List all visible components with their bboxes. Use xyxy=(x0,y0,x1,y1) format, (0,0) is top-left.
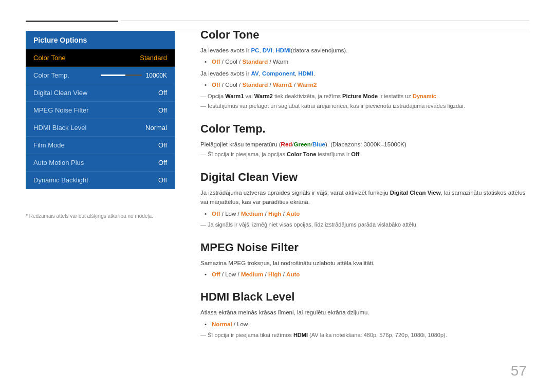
color-tone-title: Color Tone xyxy=(200,28,529,42)
section-mpeg-noise: MPEG Noise Filter Samazina MPEG troksņus… xyxy=(200,241,529,279)
menu-item-db-value: Off xyxy=(158,176,167,184)
hdmi-body: Atlasa ekrāna melnās krāsas līmeni, lai … xyxy=(200,308,529,340)
menu-item-color-tone[interactable]: Color Tone Standard xyxy=(26,49,175,67)
top-bar-dark xyxy=(26,21,118,22)
right-content: Color Tone Ja ievades avots ir PC, DVI, … xyxy=(200,28,529,351)
menu-item-auto-label: Auto Motion Plus xyxy=(33,159,84,166)
menu-item-mpeg-label: MPEG Noise Filter xyxy=(33,106,89,114)
panel-title: Picture Options xyxy=(26,31,175,49)
menu-item-color-temp-label: Color Temp. xyxy=(33,71,69,79)
page-number: 57 xyxy=(511,363,527,379)
mpeg-title: MPEG Noise Filter xyxy=(200,241,529,254)
dcv-title: Digital Clean View xyxy=(200,171,529,184)
menu-item-film-label: Film Mode xyxy=(33,141,65,149)
menu-item-digital-clean-view[interactable]: Digital Clean View Off xyxy=(26,84,175,102)
menu-item-film-mode[interactable]: Film Mode Off xyxy=(26,137,175,154)
slider-container: 10000K xyxy=(101,72,167,79)
menu-item-color-tone-label: Color Tone xyxy=(33,54,66,62)
menu-item-film-value: Off xyxy=(158,141,167,149)
mpeg-body: Samazina MPEG troksņus, lai nodrošinātu … xyxy=(200,258,529,279)
menu-item-mpeg-value: Off xyxy=(158,106,167,114)
menu-item-dynamic-backlight[interactable]: Dynamic Backlight Off xyxy=(26,172,175,189)
menu-item-hdmi-black[interactable]: HDMI Black Level Normal xyxy=(26,119,175,137)
section-color-tone: Color Tone Ja ievades avots ir PC, DVI, … xyxy=(200,28,529,111)
menu-item-mpeg-noise[interactable]: MPEG Noise Filter Off xyxy=(26,102,175,119)
dcv-body: Ja izstrādājuma uztveras apraides signāl… xyxy=(200,188,529,230)
color-tone-body: Ja ievades avots ir PC, DVI, HDMI(datora… xyxy=(200,46,529,111)
menu-item-dcv-value: Off xyxy=(158,89,167,97)
section-digital-clean-view: Digital Clean View Ja izstrādājuma uztve… xyxy=(200,171,529,230)
menu-item-db-label: Dynamic Backlight xyxy=(33,176,88,184)
menu-item-auto-motion[interactable]: Auto Motion Plus Off xyxy=(26,154,175,172)
slider-bar xyxy=(101,74,142,76)
section-hdmi-black: HDMI Black Level Atlasa ekrāna melnās kr… xyxy=(200,290,529,340)
slider-filled xyxy=(101,74,125,76)
top-bar-light xyxy=(121,21,529,21)
menu-item-color-tone-value: Standard xyxy=(140,54,167,62)
menu-item-color-temp[interactable]: Color Temp. 10000K xyxy=(26,67,175,84)
color-temp-body: Pielāgojiet krāsu temperatūru (Red/Green… xyxy=(200,140,529,159)
panel-note: * Redzamais attēls var būt atšķirīgs atk… xyxy=(26,213,153,219)
menu-item-auto-value: Off xyxy=(158,159,167,166)
menu-item-dcv-label: Digital Clean View xyxy=(33,89,87,97)
section-color-temp: Color Temp. Pielāgojiet krāsu temperatūr… xyxy=(200,122,529,159)
menu-item-hdmi-label: HDMI Black Level xyxy=(33,124,86,132)
hdmi-title: HDMI Black Level xyxy=(200,290,529,304)
menu-item-hdmi-value: Normal xyxy=(145,124,167,132)
picture-options-panel: Picture Options Color Tone Standard Colo… xyxy=(26,31,175,189)
menu-item-color-temp-value: 10000K xyxy=(146,72,167,79)
color-temp-title: Color Temp. xyxy=(200,122,529,136)
